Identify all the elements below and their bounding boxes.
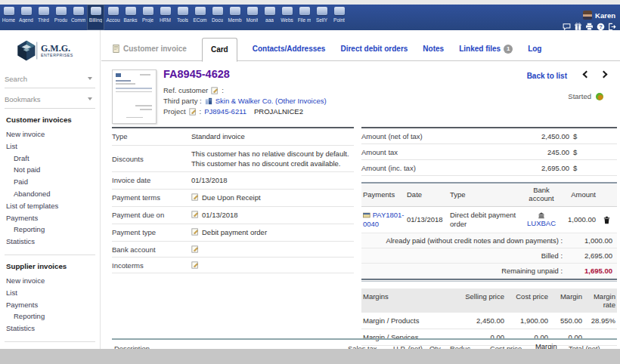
sidebar-item-supplier-payments[interactable]: Payments bbox=[6, 299, 97, 311]
next-record-icon[interactable] bbox=[600, 71, 608, 79]
invoice-icon bbox=[112, 45, 120, 53]
file-manager-icon bbox=[299, 7, 310, 15]
search-label: Search bbox=[5, 75, 27, 83]
user-name: Karen bbox=[595, 11, 615, 20]
delete-payment-icon[interactable] bbox=[603, 216, 611, 224]
sidebar-item-payments[interactable]: Payments bbox=[6, 212, 97, 224]
bank-icon bbox=[126, 7, 136, 15]
menubar-item-hrm[interactable]: HRM bbox=[157, 5, 174, 30]
tab-direct-debit-orders[interactable]: Direct debit orders bbox=[340, 45, 408, 53]
sidebar-item-new-invoice[interactable]: New invoice bbox=[6, 128, 97, 140]
edit-icon[interactable] bbox=[191, 245, 199, 253]
edit-icon[interactable] bbox=[191, 228, 199, 236]
menubar-item-tools[interactable]: Tools bbox=[174, 5, 191, 30]
sidebar-item-abandoned[interactable]: Abandoned bbox=[6, 188, 97, 200]
invoice-details-table: Type Standard invoice Discounts This cus… bbox=[112, 127, 354, 273]
edit-icon[interactable] bbox=[211, 87, 219, 94]
desktop-band bbox=[0, 349, 620, 364]
bookmarks-dropdown[interactable]: Bookmarks bbox=[5, 90, 95, 109]
amount-inc-tax-row: Amount (inc. tax) 2,695.00 $ bbox=[361, 160, 617, 176]
divider bbox=[361, 279, 617, 282]
project-ref-link[interactable]: PJ8945-6211 bbox=[204, 107, 246, 116]
bank-icon bbox=[538, 211, 545, 219]
edit-icon[interactable] bbox=[191, 193, 199, 201]
currency-symbol: $ bbox=[569, 148, 588, 156]
avatar bbox=[583, 11, 592, 20]
menubar-item-website[interactable]: Webs bbox=[278, 5, 296, 30]
sidebar-item-statistics[interactable]: Statistics bbox=[6, 236, 97, 248]
sidebar-item-list-of-templates[interactable]: List of templates bbox=[6, 200, 97, 212]
detail-row-discounts: Discounts This customer has no relative … bbox=[112, 146, 354, 173]
menubar-item-members[interactable]: Memb bbox=[226, 5, 243, 30]
website-icon bbox=[282, 7, 293, 15]
company-logo: G.M.G. ENTERPRISES bbox=[0, 30, 100, 68]
tab-contacts-addresses[interactable]: Contacts/Addresses bbox=[253, 45, 326, 53]
sidebar-item-reporting[interactable]: Reporting bbox=[6, 224, 97, 236]
billing-icon bbox=[91, 7, 101, 15]
app-window: Home Agend Third Produ Comm Billing Acco… bbox=[0, 0, 620, 364]
billed-row: Billed : 2,695.00 bbox=[361, 248, 617, 264]
menubar-item-projects[interactable]: Proje bbox=[139, 5, 157, 30]
payment-type: Direct debit payment order bbox=[450, 211, 522, 229]
menubar-item-file-manager[interactable]: File m bbox=[296, 5, 313, 30]
detail-row-payment-type: Payment type Debit payment order bbox=[112, 224, 354, 242]
back-to-list-link[interactable]: Back to list bbox=[527, 72, 567, 80]
menubar-item-documents[interactable]: Docu bbox=[209, 5, 226, 30]
menubar-item-commercial[interactable]: Comm bbox=[70, 5, 87, 30]
third-parties-icon bbox=[39, 7, 49, 15]
menubar-item-ecommerce[interactable]: ECom bbox=[191, 5, 209, 30]
detail-row-payment-due-on: Payment due on 01/13/2018 bbox=[112, 207, 354, 224]
status-label: Started bbox=[568, 92, 591, 100]
commercial-icon bbox=[73, 7, 84, 15]
edit-icon[interactable] bbox=[191, 211, 199, 218]
module-icon bbox=[265, 7, 275, 15]
menubar-item-home[interactable]: Home bbox=[0, 5, 17, 30]
third-party-link[interactable]: Skin & Walker Co. (Other Invoices) bbox=[215, 97, 327, 105]
menubar-item-products[interactable]: Produ bbox=[52, 5, 70, 30]
projects-icon bbox=[143, 7, 153, 15]
edit-icon[interactable] bbox=[191, 261, 199, 269]
menubar-item-bank[interactable]: Banks bbox=[122, 5, 139, 30]
sidebar-item-supplier-new-invoice[interactable]: New invoice bbox=[6, 275, 97, 287]
bank-account-link[interactable]: LUXBAC bbox=[527, 220, 556, 228]
bookmarks-label: Bookmarks bbox=[5, 95, 41, 103]
chevron-down-icon bbox=[88, 97, 92, 100]
point-of-sale-icon bbox=[334, 7, 345, 15]
edit-icon[interactable] bbox=[189, 108, 197, 116]
third-party-line: Third party : Skin & Walker Co. (Other I… bbox=[163, 97, 327, 105]
tabs-bar: Customer invoice Card Contacts/Addresses… bbox=[101, 37, 620, 61]
module-label: Customer invoice bbox=[112, 45, 187, 53]
sidebar-item-paid[interactable]: Paid bbox=[6, 176, 97, 188]
tab-linked-files[interactable]: Linked files 1 bbox=[459, 45, 513, 54]
products-icon bbox=[56, 7, 67, 15]
tab-log[interactable]: Log bbox=[528, 45, 541, 53]
menubar-item-third-parties[interactable]: Third bbox=[35, 5, 52, 30]
search-dropdown[interactable]: Search bbox=[5, 69, 95, 88]
sidebar-item-draft[interactable]: Draft bbox=[6, 153, 97, 165]
invoice-thumbnail[interactable] bbox=[112, 69, 157, 124]
top-menubar: Home Agend Third Produ Comm Billing Acco… bbox=[0, 5, 620, 30]
sidebar-item-supplier-reporting[interactable]: Reporting bbox=[6, 310, 97, 322]
tab-card[interactable]: Card bbox=[202, 38, 237, 62]
user-menu[interactable]: Karen bbox=[583, 11, 615, 20]
menubar-item-accounting[interactable]: Accou bbox=[104, 5, 122, 30]
menubar-item-billing[interactable]: Billing bbox=[87, 5, 104, 30]
sidebar-item-list[interactable]: List bbox=[6, 140, 97, 153]
sidebar-item-supplier-list[interactable]: List bbox=[6, 287, 97, 299]
menubar-item-sellyoursaas[interactable]: SellY bbox=[313, 5, 330, 30]
menubar-item-point-of-sale[interactable]: Point bbox=[330, 5, 348, 30]
project-line: Project : PJ8945-6211 PROJALNICE2 bbox=[163, 107, 303, 116]
amount-net-row: Amount (net of tax) 2,450.00 $ bbox=[361, 127, 617, 144]
agenda-icon bbox=[21, 7, 32, 15]
detail-row-type: Type Standard invoice bbox=[112, 128, 354, 146]
menubar-item-agenda[interactable]: Agend bbox=[17, 5, 35, 30]
tab-notes[interactable]: Notes bbox=[423, 45, 444, 53]
chevron-down-icon bbox=[88, 77, 92, 80]
sidebar-item-supplier-statistics[interactable]: Statistics bbox=[6, 322, 97, 335]
menubar-item-aaa[interactable]: aaa bbox=[261, 5, 278, 30]
status: Started bbox=[568, 92, 603, 100]
menubar-item-monitoring[interactable]: Monit bbox=[243, 5, 261, 30]
amount-tax-row: Amount tax 245.00 $ bbox=[361, 144, 617, 160]
sidebar-item-not-paid[interactable]: Not paid bbox=[6, 164, 97, 176]
previous-record-icon[interactable] bbox=[583, 71, 591, 79]
